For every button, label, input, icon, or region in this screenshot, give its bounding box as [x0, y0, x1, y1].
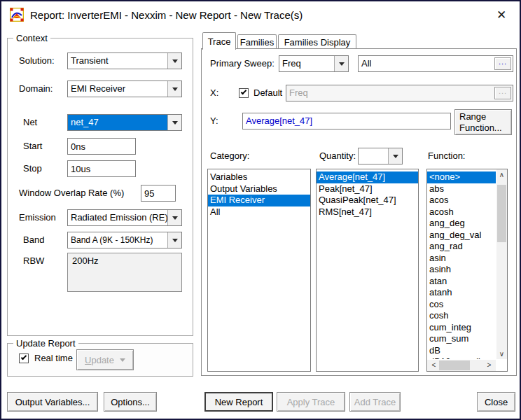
- category-list: Variables Output Variables EMI Receiver …: [207, 169, 311, 372]
- list-item[interactable]: dB10normalize: [427, 356, 496, 359]
- close-dialog-button[interactable]: Close: [477, 392, 515, 412]
- solution-label: Solution:: [19, 52, 55, 69]
- apply-trace-label: Apply Trace: [287, 397, 335, 407]
- list-item[interactable]: RMS[net_47]: [317, 206, 418, 218]
- solution-dropdown[interactable]: Transient: [67, 52, 182, 69]
- update-button-label: Update: [85, 355, 114, 365]
- list-item-selected[interactable]: EMI Receiver: [208, 195, 310, 206]
- scroll-down-icon[interactable]: ∨: [496, 349, 507, 359]
- list-item[interactable]: abs: [427, 183, 496, 195]
- list-item[interactable]: ang_deg_val: [427, 230, 496, 241]
- chevron-down-icon: [172, 239, 178, 242]
- list-item-selected[interactable]: Average[net_47]: [317, 172, 418, 183]
- close-button[interactable]: ✕: [490, 4, 513, 25]
- net-dropdown-button[interactable]: [167, 115, 181, 130]
- net-value: net_47: [68, 115, 167, 130]
- net-dropdown[interactable]: net_47: [67, 114, 182, 131]
- primary-sweep-range-value: All: [361, 58, 371, 69]
- options-label: Options...: [111, 397, 150, 407]
- tab-trace-label: Trace: [208, 36, 231, 47]
- primary-sweep-browse-button[interactable]: ...: [494, 57, 511, 70]
- quantity-list-items: Average[net_47] Peak[net_47] QuasiPeak[n…: [317, 169, 418, 218]
- quantity-list: Average[net_47] Peak[net_47] QuasiPeak[n…: [316, 169, 419, 372]
- vertical-scrollbar-thumb[interactable]: [497, 185, 506, 242]
- close-label: Close: [485, 397, 508, 407]
- options-button[interactable]: Options...: [104, 392, 157, 412]
- chevron-down-icon: [339, 62, 345, 66]
- list-item[interactable]: acosh: [427, 206, 496, 218]
- primary-sweep-dropdown[interactable]: Freq: [279, 55, 349, 72]
- start-label: Start: [23, 138, 42, 155]
- list-item[interactable]: cum_sum: [427, 333, 496, 345]
- context-group-label: Context: [13, 33, 50, 43]
- list-item[interactable]: acos: [427, 195, 496, 206]
- add-trace-label: Add Trace: [354, 397, 396, 407]
- x-default-checkbox[interactable]: [239, 88, 249, 98]
- scroll-up-icon[interactable]: ∧: [496, 169, 507, 180]
- list-item[interactable]: cum_integ: [427, 322, 496, 334]
- x-label: X:: [210, 85, 218, 102]
- tab-families[interactable]: Families: [237, 34, 277, 49]
- horizontal-scrollbar-thumb[interactable]: [439, 360, 470, 370]
- list-item-selected[interactable]: <none>: [427, 172, 496, 183]
- list-item[interactable]: ang_deg: [427, 218, 496, 230]
- new-report-label: New Report: [215, 397, 263, 407]
- emission-dropdown[interactable]: Radiated Emission (RE): [67, 209, 182, 226]
- apply-trace-button[interactable]: Apply Trace: [277, 392, 345, 412]
- update-report-group-label: Update Report: [13, 338, 78, 349]
- stop-input[interactable]: [67, 160, 136, 177]
- chevron-down-icon: [172, 88, 178, 91]
- solution-dropdown-button[interactable]: [167, 53, 181, 69]
- quantity-filter-dropdown[interactable]: [358, 148, 403, 164]
- list-item[interactable]: atanh: [427, 287, 496, 299]
- start-input[interactable]: [67, 138, 136, 155]
- y-field[interactable]: Average[net_47]: [242, 113, 451, 130]
- list-item[interactable]: ang_rad: [427, 241, 496, 253]
- list-item[interactable]: asinh: [427, 264, 496, 276]
- quantity-filter-dropdown-button[interactable]: [388, 148, 402, 164]
- function-list-vertical-scrollbar[interactable]: ∧ ∨: [496, 169, 507, 359]
- domain-dropdown[interactable]: EMI Receiver: [67, 80, 182, 97]
- range-function-button[interactable]: Range Function...: [454, 109, 512, 135]
- tab-families-display[interactable]: Families Display: [278, 34, 356, 49]
- check-icon: [21, 354, 27, 360]
- add-trace-button[interactable]: Add Trace: [349, 392, 401, 412]
- list-item[interactable]: dB: [427, 345, 496, 357]
- band-dropdown-button[interactable]: [167, 232, 181, 248]
- check-icon: [241, 89, 246, 94]
- net-label: Net: [23, 114, 37, 131]
- list-item[interactable]: asin: [427, 253, 496, 265]
- titlebar: Report: InverterEMI - Nexxim - New Repor…: [1, 1, 520, 28]
- x-default-label: Default: [253, 85, 282, 102]
- overlap-input[interactable]: [141, 185, 176, 202]
- scroll-right-icon[interactable]: >: [484, 360, 494, 370]
- list-item[interactable]: Output Variables: [208, 183, 310, 195]
- list-item[interactable]: Peak[net_47]: [317, 183, 418, 195]
- realtime-checkbox[interactable]: [19, 354, 29, 363]
- primary-sweep-range-field[interactable]: All ...: [358, 55, 513, 72]
- solution-value: Transient: [68, 53, 167, 69]
- scroll-left-icon[interactable]: <: [429, 360, 439, 370]
- primary-sweep-dropdown-button[interactable]: [334, 56, 348, 71]
- domain-dropdown-button[interactable]: [167, 81, 181, 97]
- emission-dropdown-button[interactable]: [167, 210, 181, 225]
- output-variables-button[interactable]: Output Variables...: [7, 392, 98, 412]
- tab-trace[interactable]: Trace: [202, 32, 236, 50]
- list-item[interactable]: Variables: [208, 172, 310, 183]
- band-dropdown[interactable]: Band A (9K - 150KHz): [67, 232, 182, 248]
- update-button[interactable]: Update: [76, 349, 134, 370]
- y-value: Average[net_47]: [246, 115, 312, 126]
- ellipsis-icon: ...: [499, 57, 507, 66]
- list-item[interactable]: cos: [427, 299, 496, 311]
- new-report-button[interactable]: New Report: [204, 392, 273, 412]
- function-label: Function:: [428, 148, 465, 164]
- primary-sweep-value: Freq: [279, 56, 334, 71]
- list-item[interactable]: atan: [427, 276, 496, 288]
- range-function-label: Range Function...: [459, 111, 511, 134]
- report-dialog: Report: InverterEMI - Nexxim - New Repor…: [0, 0, 521, 420]
- list-item[interactable]: All: [208, 206, 310, 218]
- update-report-group: Update Report Real time Update: [7, 343, 193, 377]
- list-item[interactable]: cosh: [427, 310, 496, 322]
- function-list-horizontal-scrollbar[interactable]: < >: [427, 360, 496, 371]
- list-item[interactable]: QuasiPeak[net_47]: [317, 195, 418, 206]
